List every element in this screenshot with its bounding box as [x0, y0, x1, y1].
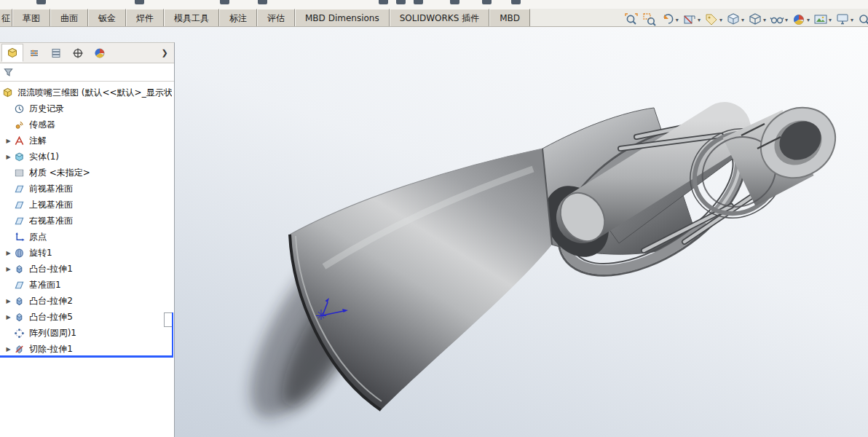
tree-item[interactable]: ▶注解 [0, 133, 172, 149]
viewport-canvas[interactable] [175, 26, 868, 437]
dropdown-caret-icon[interactable]: ▾ [676, 17, 679, 23]
circular-pattern-icon [14, 328, 27, 339]
dropdown-caret-icon[interactable]: ▾ [785, 17, 788, 23]
tree-item[interactable]: 右视基准面 [0, 213, 172, 229]
cut-extrude-icon [14, 344, 27, 355]
tree-item-label: 历史记录 [29, 103, 64, 115]
tree-item[interactable]: 前视基准面 [0, 181, 172, 197]
tree-item[interactable]: ▶凸台-拉伸5 [0, 309, 172, 325]
clipped-toolbar-icon[interactable] [449, 0, 461, 9]
dropdown-caret-icon[interactable]: ▾ [698, 17, 701, 23]
section-view-button[interactable]: ▾ [682, 9, 701, 30]
clipped-toolbar-icon[interactable] [510, 0, 522, 9]
rollback-bar[interactable] [0, 355, 172, 358]
boss-extrude-icon [14, 264, 27, 275]
tree-item-label: 右视基准面 [29, 215, 73, 227]
dynamic-annotation-views-button[interactable]: ▾ [703, 9, 723, 30]
command-tab-6[interactable]: 标注 [219, 9, 257, 26]
expand-arrow-icon[interactable]: ▶ [3, 346, 14, 353]
filter-funnel-icon [3, 67, 16, 78]
tree-item[interactable]: 上视基准面 [0, 197, 172, 213]
feature-panel: ❯ 混流喷嘴三维图 (默认<<默认>_显示状 历史记录传感器▶注解▶实体(1)材… [0, 42, 175, 437]
clipped-toolbar-icon[interactable] [35, 0, 47, 9]
dropdown-caret-icon[interactable]: ▾ [719, 17, 722, 23]
feature-tree: 混流喷嘴三维图 (默认<<默认>_显示状 历史记录传感器▶注解▶实体(1)材质 … [0, 82, 172, 437]
expand-arrow-icon[interactable]: ▶ [3, 250, 14, 256]
clipped-toolbar-icon[interactable] [256, 0, 269, 9]
command-tab-10[interactable]: MBD [489, 9, 530, 26]
tree-item[interactable]: ▶切除-拉伸1 [0, 341, 172, 357]
solid-bodies-icon [14, 151, 27, 162]
zoom-to-area-button[interactable] [642, 9, 658, 30]
panel-expand-chevron[interactable]: ❯ [159, 48, 170, 58]
tree-item-label: 传感器 [29, 119, 55, 131]
expand-arrow-icon[interactable]: ▶ [3, 266, 14, 272]
boss-extrude-icon [14, 296, 27, 307]
tree-item-label: 上视基准面 [29, 199, 73, 211]
headsup-view-toolbar: ▾▾▾▾▾▾▾▾▾ [623, 9, 868, 30]
expand-arrow-icon[interactable]: ▶ [3, 138, 14, 144]
clipped-toolbar-icon[interactable] [395, 0, 407, 9]
featuremanager-tab[interactable] [1, 44, 23, 62]
tree-item[interactable]: 传感器 [0, 117, 172, 133]
tree-item[interactable]: ▶旋转1 [0, 245, 172, 261]
nozzle-model[interactable] [290, 94, 849, 410]
tree-item-label: 基准面1 [29, 279, 61, 291]
apply-scene-button[interactable]: ▾ [813, 9, 832, 30]
tree-item[interactable]: ▶实体(1) [0, 149, 172, 165]
clipped-toolbar-icon[interactable] [133, 0, 146, 9]
zoom-to-fit-button[interactable] [623, 9, 639, 30]
command-tab-4[interactable]: 焊件 [126, 9, 164, 26]
command-tab-3[interactable]: 钣金 [88, 9, 126, 26]
command-tab-2[interactable]: 曲面 [50, 9, 88, 26]
filter-bar[interactable] [0, 63, 174, 82]
command-tab-5[interactable]: 模具工具 [164, 9, 219, 26]
configurationmanager-tab[interactable] [45, 44, 67, 62]
tree-root[interactable]: 混流喷嘴三维图 (默认<<默认>_显示状 [0, 84, 172, 101]
clipped-toolbar-icon[interactable] [481, 0, 493, 9]
dropdown-caret-icon[interactable]: ▾ [829, 17, 832, 23]
expand-arrow-icon[interactable]: ▶ [3, 298, 14, 304]
command-tab-8[interactable]: MBD Dimensions [295, 9, 390, 26]
dropdown-caret-icon[interactable]: ▾ [851, 17, 853, 23]
dropdown-caret-icon[interactable]: ▾ [763, 17, 766, 23]
tree-item-label: 材质 <未指定> [29, 167, 90, 179]
dropdown-caret-icon[interactable]: ▾ [741, 17, 744, 23]
displaymanager-tab[interactable] [89, 44, 111, 62]
dropdown-caret-icon[interactable]: ▾ [807, 17, 810, 23]
command-tab-9[interactable]: SOLIDWORKS 插件 [390, 9, 489, 26]
clipped-toolbar-icon[interactable] [412, 0, 425, 9]
tree-item-label: 阵列(圆周)1 [29, 327, 76, 339]
sensors-icon [14, 119, 27, 130]
edit-appearance-button[interactable]: ▾ [791, 9, 810, 30]
tree-item-label: 实体(1) [29, 151, 59, 163]
propertymanager-tab[interactable] [23, 44, 45, 62]
command-tab-7[interactable]: 评估 [257, 9, 295, 26]
tree-item[interactable]: ▶凸台-拉伸2 [0, 293, 172, 309]
tree-item[interactable]: 基准面1 [0, 277, 172, 293]
expand-arrow-icon[interactable]: ▶ [3, 154, 14, 160]
plane-icon [14, 200, 27, 210]
view-settings-button[interactable]: ▾ [835, 9, 854, 30]
clipped-toolbar-icon[interactable] [218, 0, 231, 9]
clipped-top-toolbar [0, 0, 868, 9]
tree-item[interactable]: 阵列(圆周)1 [0, 325, 172, 341]
magnifier-partial-button[interactable] [856, 9, 868, 30]
command-tab-features-partial[interactable]: 征 [0, 9, 12, 26]
panel-splitter-accent[interactable] [172, 312, 173, 358]
previous-view-button[interactable]: ▾ [660, 9, 679, 30]
tree-item[interactable]: 材质 <未指定> [0, 165, 172, 181]
view-orientation-button[interactable]: ▾ [725, 9, 745, 30]
tree-item-label: 凸台-拉伸1 [29, 263, 73, 275]
tree-item-label: 切除-拉伸1 [29, 343, 73, 355]
tree-item[interactable]: 原点 [0, 229, 172, 245]
clipped-toolbar-icon[interactable] [377, 0, 390, 9]
tree-item[interactable]: ▶凸台-拉伸1 [0, 261, 172, 277]
display-style-button[interactable]: ▾ [747, 9, 767, 30]
command-tab-1[interactable]: 草图 [12, 9, 50, 26]
expand-arrow-icon[interactable]: ▶ [3, 314, 14, 320]
tree-item[interactable]: 历史记录 [0, 101, 172, 117]
hide-show-items-button[interactable]: ▾ [769, 9, 789, 30]
dimxpertmanager-tab[interactable] [67, 44, 89, 62]
revolve-icon [14, 248, 27, 259]
